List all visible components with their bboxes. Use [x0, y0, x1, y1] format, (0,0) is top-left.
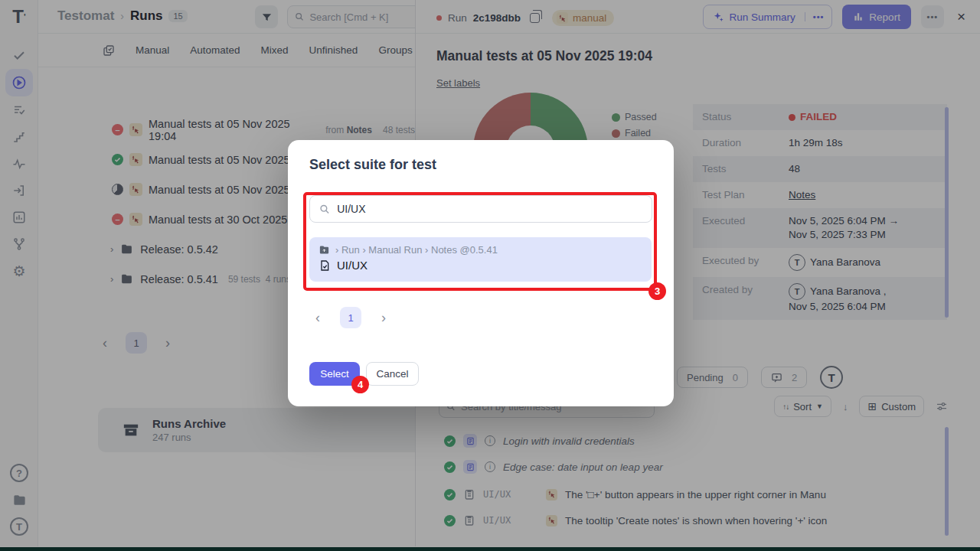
page-number[interactable]: 1 [340, 307, 361, 328]
annotation-step-4: 4 [351, 376, 369, 393]
modal-pagination: ‹ 1 › [315, 307, 386, 328]
annotation-step-3: 3 [648, 282, 666, 300]
desktop-edge [0, 547, 980, 551]
annotation-rectangle [303, 192, 657, 291]
app-window: T' ⚙ ? T [0, 0, 980, 551]
next-page-icon[interactable]: › [381, 310, 386, 326]
cancel-button[interactable]: Cancel [366, 362, 419, 386]
prev-page-icon[interactable]: ‹ [315, 310, 320, 326]
modal-title: Select suite for test [309, 157, 436, 173]
